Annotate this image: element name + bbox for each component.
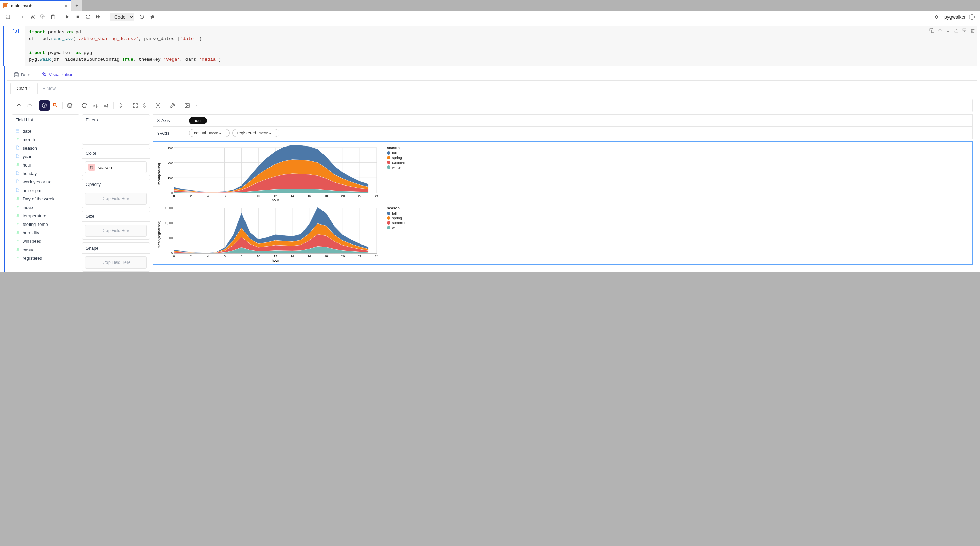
sort-asc-button[interactable] [101, 100, 111, 111]
move-down-icon[interactable] [946, 28, 950, 35]
size-shelf[interactable]: Size Drop Field Here [82, 211, 150, 240]
svg-point-22 [14, 73, 18, 74]
select-tool-button[interactable] [50, 100, 60, 111]
color-shelf[interactable]: Color season [82, 148, 150, 176]
svg-text:20: 20 [341, 255, 345, 258]
hash-icon: # [15, 197, 20, 201]
svg-text:16: 16 [307, 194, 311, 198]
text-icon [15, 171, 20, 176]
bug-icon[interactable] [932, 13, 941, 21]
y-axis-pill[interactable]: registeredmean [232, 129, 279, 137]
paste-button[interactable] [48, 13, 57, 21]
svg-text:6: 6 [224, 255, 226, 258]
field-item[interactable]: am or pm [12, 186, 79, 195]
close-icon[interactable]: × [65, 3, 68, 9]
svg-text:18: 18 [324, 194, 328, 198]
delete-cell-icon[interactable] [970, 28, 975, 35]
svg-text:1,500: 1,500 [165, 206, 173, 210]
code-cell[interactable]: [3]: import pandas as pd df = pd.read_cs… [3, 26, 977, 66]
chart-svg: 05001,0001,500024681012141618202224hour [162, 206, 379, 263]
tab-data[interactable]: Data [9, 69, 35, 80]
field-item[interactable]: year [12, 152, 79, 161]
wrench-button[interactable] [167, 100, 178, 111]
axes-toggle-button[interactable] [116, 100, 126, 111]
field-item[interactable]: date [12, 127, 79, 135]
field-item[interactable]: #casual [12, 245, 79, 254]
layers-button[interactable] [65, 100, 75, 111]
svg-text:12: 12 [274, 194, 277, 198]
cell-type-select[interactable]: Code [110, 13, 134, 21]
kernel-status-icon[interactable] [969, 14, 975, 20]
stop-button[interactable] [73, 13, 82, 21]
restart-button[interactable] [83, 13, 92, 21]
svg-text:10: 10 [257, 255, 260, 258]
svg-text:300: 300 [167, 146, 173, 149]
image-gear-icon[interactable] [193, 100, 200, 111]
opacity-shelf[interactable]: Opacity Drop Field Here [82, 179, 150, 208]
add-tab-button[interactable]: + [71, 0, 82, 11]
field-item[interactable]: holiday [12, 169, 79, 178]
save-button[interactable] [3, 13, 12, 21]
field-item[interactable]: #temperature [12, 212, 79, 220]
chart-tab-1[interactable]: Chart 1 [10, 83, 38, 94]
notebook-tab[interactable]: main.ipynb × [0, 0, 71, 11]
field-item[interactable]: season [12, 144, 79, 152]
svg-text:22: 22 [358, 194, 361, 198]
svg-text:12: 12 [274, 255, 277, 258]
add-cell-button[interactable]: + [18, 13, 27, 21]
field-item[interactable]: #humidity [12, 229, 79, 237]
text-icon [15, 145, 20, 151]
clock-icon[interactable] [137, 13, 146, 21]
svg-text:2: 2 [190, 255, 192, 258]
field-item[interactable]: work yes or not [12, 178, 79, 186]
chart-canvas[interactable]: mean(casual)0100200300024681012141618202… [153, 142, 972, 265]
fullscreen-button[interactable] [130, 100, 140, 111]
new-chart-tab[interactable]: + New [38, 83, 60, 94]
x-axis-shelf[interactable]: X-Axis hour [153, 114, 972, 127]
shape-shelf[interactable]: Shape Drop Field Here [82, 242, 150, 272]
field-item[interactable]: #winspeed [12, 237, 79, 245]
filters-shelf[interactable]: Filters [82, 114, 150, 145]
notebook-icon [3, 3, 8, 8]
image-button[interactable] [182, 100, 192, 111]
tab-visualization[interactable]: Visualization [36, 69, 78, 80]
move-up-icon[interactable] [938, 28, 942, 35]
cube-button[interactable] [39, 100, 49, 111]
svg-text:14: 14 [291, 255, 294, 258]
svg-text:18: 18 [324, 255, 328, 258]
sort-desc-button[interactable] [90, 100, 100, 111]
run-button[interactable] [63, 13, 72, 21]
run-all-button[interactable] [94, 13, 102, 21]
field-item[interactable]: #hour [12, 161, 79, 169]
field-item[interactable]: #index [12, 203, 79, 212]
svg-marker-25 [67, 103, 72, 106]
field-item[interactable]: #feeling_temp [12, 220, 79, 229]
color-pill[interactable]: season [85, 161, 147, 173]
undo-button[interactable] [14, 100, 24, 111]
insert-above-icon[interactable] [954, 28, 959, 35]
field-item[interactable]: #Day of the week [12, 195, 79, 203]
code-editor[interactable]: import pandas as pd df = pd.read_csv('./… [25, 26, 977, 66]
y-axis-pill[interactable]: casualmean [189, 129, 229, 137]
tab-title: main.ipynb [11, 3, 32, 8]
svg-marker-7 [66, 15, 69, 19]
remove-pill-icon[interactable] [88, 164, 95, 170]
x-axis-pill[interactable]: hour [189, 117, 207, 124]
chart-legend: seasonfallspringsummerwinter [382, 206, 409, 263]
cut-button[interactable] [28, 13, 37, 21]
viz-toolbar [11, 99, 972, 112]
duplicate-cell-icon[interactable] [929, 28, 934, 35]
hash-icon: # [15, 214, 20, 218]
redo-button[interactable] [25, 100, 35, 111]
y-axis-shelf[interactable]: Y-Axis casualmeanregisteredmean [153, 127, 972, 139]
refresh-button[interactable] [80, 100, 89, 111]
focus-button[interactable] [153, 100, 163, 111]
svg-text:24: 24 [375, 255, 379, 258]
field-item[interactable]: #registered [12, 254, 79, 263]
kernel-name[interactable]: pygwalker [944, 14, 966, 20]
git-label[interactable]: git [150, 14, 154, 19]
fullscreen-gear-icon[interactable] [141, 100, 148, 111]
copy-button[interactable] [38, 13, 47, 21]
field-item[interactable]: #month [12, 135, 79, 144]
insert-below-icon[interactable] [962, 28, 967, 35]
